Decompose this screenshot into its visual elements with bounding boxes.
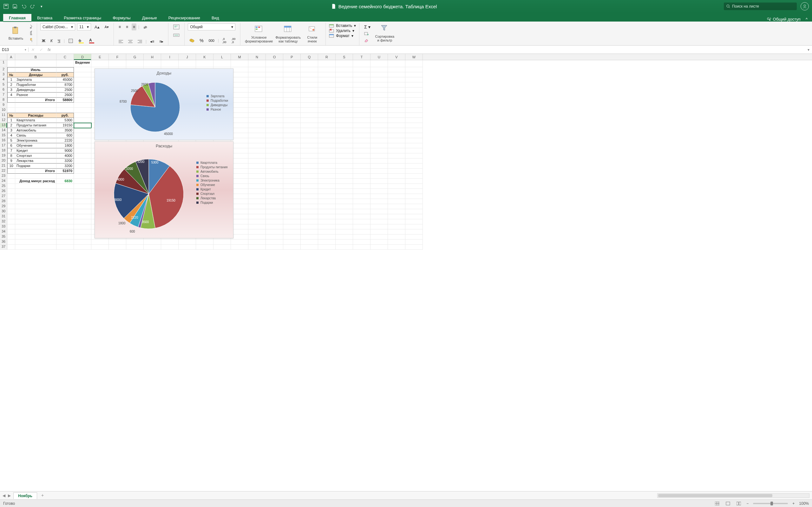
cell[interactable]: 1800 xyxy=(56,143,74,148)
cell[interactable] xyxy=(231,153,248,158)
row-header[interactable]: 26 xyxy=(0,189,7,194)
cell[interactable] xyxy=(15,184,56,189)
cell[interactable] xyxy=(248,153,266,158)
cell[interactable] xyxy=(405,133,423,138)
cell[interactable] xyxy=(336,148,353,153)
cell[interactable] xyxy=(388,123,405,128)
cell[interactable] xyxy=(283,245,301,250)
cell[interactable] xyxy=(370,239,388,245)
cell[interactable] xyxy=(405,179,423,184)
column-header[interactable]: T xyxy=(353,54,370,60)
cell[interactable] xyxy=(336,118,353,123)
cell[interactable] xyxy=(388,60,405,67)
cell[interactable] xyxy=(318,174,336,179)
column-header[interactable]: G xyxy=(126,54,144,60)
italic-button[interactable]: К xyxy=(49,38,54,44)
cell[interactable] xyxy=(231,194,248,199)
cell[interactable]: Кредит xyxy=(15,148,56,153)
cell[interactable] xyxy=(405,245,423,250)
cell[interactable] xyxy=(336,67,353,72)
cell[interactable] xyxy=(301,148,318,153)
cell[interactable] xyxy=(266,229,283,234)
cell[interactable]: 2600 xyxy=(56,93,74,98)
cell[interactable]: руб. xyxy=(56,72,74,77)
cell[interactable] xyxy=(336,234,353,239)
cell[interactable] xyxy=(370,123,388,128)
cell[interactable] xyxy=(231,158,248,164)
cell[interactable]: Зарплата xyxy=(15,77,56,82)
row-header[interactable]: 2 xyxy=(0,67,7,72)
cell[interactable] xyxy=(370,128,388,133)
cell[interactable] xyxy=(353,143,370,148)
cell[interactable] xyxy=(91,245,109,250)
cell[interactable] xyxy=(56,209,74,214)
cell[interactable] xyxy=(179,60,196,67)
cell[interactable] xyxy=(353,88,370,93)
cell[interactable] xyxy=(318,158,336,164)
tab-Главная[interactable]: Главная xyxy=(3,14,32,21)
cell[interactable] xyxy=(231,93,248,98)
cell[interactable] xyxy=(370,164,388,169)
cell[interactable] xyxy=(336,219,353,224)
cell[interactable] xyxy=(7,169,15,174)
cell[interactable] xyxy=(231,189,248,194)
cell[interactable]: 58800 xyxy=(56,98,74,103)
cell[interactable] xyxy=(405,72,423,77)
cell[interactable] xyxy=(213,239,231,245)
cell[interactable] xyxy=(370,118,388,123)
cell[interactable] xyxy=(318,179,336,184)
row-header[interactable]: 28 xyxy=(0,199,7,204)
cell[interactable] xyxy=(74,209,91,214)
cell[interactable] xyxy=(283,169,301,174)
row-header[interactable]: 37 xyxy=(0,245,7,250)
cell[interactable] xyxy=(388,229,405,234)
cell[interactable] xyxy=(74,123,91,128)
cell[interactable] xyxy=(336,209,353,214)
cell[interactable] xyxy=(353,77,370,82)
cell[interactable] xyxy=(405,239,423,245)
row-header[interactable]: 25 xyxy=(0,184,7,189)
cell[interactable]: Подработки xyxy=(15,82,56,88)
cell[interactable] xyxy=(388,214,405,219)
cell[interactable] xyxy=(388,98,405,103)
cell[interactable] xyxy=(283,234,301,239)
row-header[interactable]: 13 xyxy=(0,123,7,128)
cell[interactable] xyxy=(231,60,248,67)
cell[interactable] xyxy=(7,189,15,194)
cell[interactable] xyxy=(336,113,353,118)
cell[interactable] xyxy=(353,153,370,158)
cell[interactable] xyxy=(318,164,336,169)
cell[interactable] xyxy=(388,189,405,194)
cell[interactable] xyxy=(388,199,405,204)
cell[interactable] xyxy=(353,72,370,77)
cell[interactable] xyxy=(370,138,388,143)
cell[interactable] xyxy=(248,174,266,179)
cell[interactable] xyxy=(318,245,336,250)
cell[interactable] xyxy=(301,72,318,77)
cell[interactable] xyxy=(74,179,91,184)
cell[interactable] xyxy=(231,179,248,184)
delete-cells-button[interactable]: Удалить ▾ xyxy=(329,29,356,33)
cell[interactable] xyxy=(370,98,388,103)
paste-button[interactable]: Вставить xyxy=(6,26,26,40)
cell[interactable] xyxy=(266,113,283,118)
cell[interactable] xyxy=(318,148,336,153)
cell[interactable] xyxy=(405,219,423,224)
cell[interactable] xyxy=(266,108,283,113)
cell[interactable] xyxy=(266,128,283,133)
cell[interactable] xyxy=(231,72,248,77)
cell[interactable] xyxy=(231,103,248,108)
cell[interactable] xyxy=(266,153,283,158)
cell[interactable] xyxy=(7,245,15,250)
row-header[interactable]: 23 xyxy=(0,174,7,179)
cell[interactable] xyxy=(283,224,301,229)
cell[interactable] xyxy=(7,209,15,214)
cell[interactable] xyxy=(7,204,15,209)
cell[interactable] xyxy=(336,60,353,67)
cell[interactable]: Разное xyxy=(15,93,56,98)
cell[interactable] xyxy=(248,184,266,189)
expense-pie-chart[interactable]: Расходы КвартплатаПродукты питанияАвтомо… xyxy=(95,141,234,238)
cell[interactable] xyxy=(266,199,283,204)
cell[interactable] xyxy=(336,153,353,158)
cell[interactable] xyxy=(353,148,370,153)
